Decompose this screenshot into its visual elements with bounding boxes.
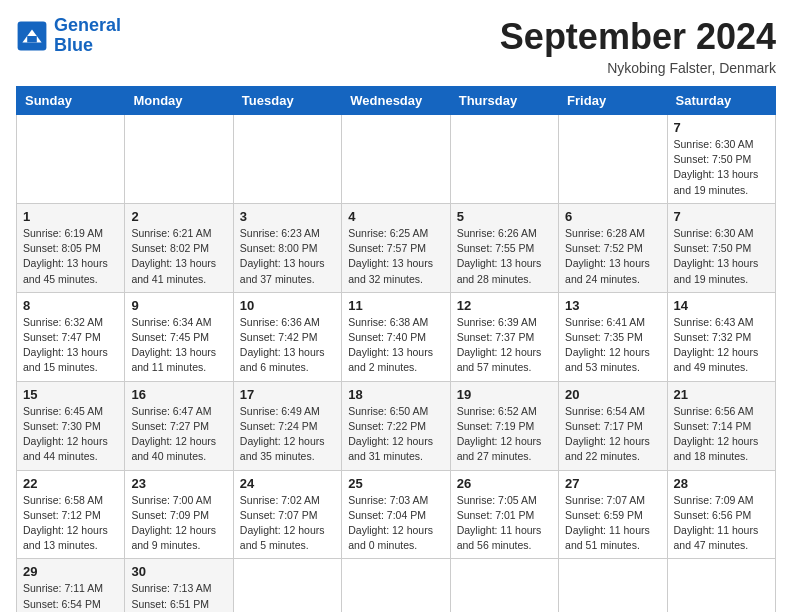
day-number: 17	[240, 387, 335, 402]
day-number: 12	[457, 298, 552, 313]
calendar-cell: 14Sunrise: 6:43 AMSunset: 7:32 PMDayligh…	[667, 292, 775, 381]
calendar-cell: 27Sunrise: 7:07 AMSunset: 6:59 PMDayligh…	[559, 470, 667, 559]
cell-info: Sunrise: 7:00 AMSunset: 7:09 PMDaylight:…	[131, 493, 226, 554]
calendar-week-2: 8Sunrise: 6:32 AMSunset: 7:47 PMDaylight…	[17, 292, 776, 381]
header-cell-sunday: Sunday	[17, 87, 125, 115]
calendar-cell: 30Sunrise: 7:13 AMSunset: 6:51 PMDayligh…	[125, 559, 233, 612]
calendar-week-3: 15Sunrise: 6:45 AMSunset: 7:30 PMDayligh…	[17, 381, 776, 470]
logo: General Blue	[16, 16, 121, 56]
header-row: SundayMondayTuesdayWednesdayThursdayFrid…	[17, 87, 776, 115]
location: Nykobing Falster, Denmark	[500, 60, 776, 76]
calendar-cell: 19Sunrise: 6:52 AMSunset: 7:19 PMDayligh…	[450, 381, 558, 470]
day-number: 14	[674, 298, 769, 313]
cell-info: Sunrise: 6:21 AMSunset: 8:02 PMDaylight:…	[131, 226, 226, 287]
header-cell-tuesday: Tuesday	[233, 87, 341, 115]
logo-text: General Blue	[54, 16, 121, 56]
calendar-cell: 10Sunrise: 6:36 AMSunset: 7:42 PMDayligh…	[233, 292, 341, 381]
month-title: September 2024	[500, 16, 776, 58]
day-number: 10	[240, 298, 335, 313]
title-area: September 2024 Nykobing Falster, Denmark	[500, 16, 776, 76]
cell-info: Sunrise: 6:45 AMSunset: 7:30 PMDaylight:…	[23, 404, 118, 465]
day-number: 27	[565, 476, 660, 491]
day-number: 28	[674, 476, 769, 491]
cell-info: Sunrise: 7:03 AMSunset: 7:04 PMDaylight:…	[348, 493, 443, 554]
calendar-cell: 17Sunrise: 6:49 AMSunset: 7:24 PMDayligh…	[233, 381, 341, 470]
calendar-cell: 18Sunrise: 6:50 AMSunset: 7:22 PMDayligh…	[342, 381, 450, 470]
calendar-cell	[667, 559, 775, 612]
cell-info: Sunrise: 6:41 AMSunset: 7:35 PMDaylight:…	[565, 315, 660, 376]
calendar-cell: 4Sunrise: 6:25 AMSunset: 7:57 PMDaylight…	[342, 203, 450, 292]
cell-info: Sunrise: 6:54 AMSunset: 7:17 PMDaylight:…	[565, 404, 660, 465]
day-number: 5	[457, 209, 552, 224]
day-number: 26	[457, 476, 552, 491]
header-cell-wednesday: Wednesday	[342, 87, 450, 115]
calendar-cell: 23Sunrise: 7:00 AMSunset: 7:09 PMDayligh…	[125, 470, 233, 559]
calendar-cell	[450, 559, 558, 612]
day-number: 11	[348, 298, 443, 313]
cell-info: Sunrise: 6:49 AMSunset: 7:24 PMDaylight:…	[240, 404, 335, 465]
cell-info: Sunrise: 6:43 AMSunset: 7:32 PMDaylight:…	[674, 315, 769, 376]
calendar-cell: 25Sunrise: 7:03 AMSunset: 7:04 PMDayligh…	[342, 470, 450, 559]
calendar-cell: 16Sunrise: 6:47 AMSunset: 7:27 PMDayligh…	[125, 381, 233, 470]
calendar-cell: 28Sunrise: 7:09 AMSunset: 6:56 PMDayligh…	[667, 470, 775, 559]
cell-info: Sunrise: 6:52 AMSunset: 7:19 PMDaylight:…	[457, 404, 552, 465]
day-number: 6	[565, 209, 660, 224]
header-cell-saturday: Saturday	[667, 87, 775, 115]
cell-info: Sunrise: 7:05 AMSunset: 7:01 PMDaylight:…	[457, 493, 552, 554]
calendar-cell: 22Sunrise: 6:58 AMSunset: 7:12 PMDayligh…	[17, 470, 125, 559]
day-number: 29	[23, 564, 118, 579]
day-number: 3	[240, 209, 335, 224]
calendar-week-5: 29Sunrise: 7:11 AMSunset: 6:54 PMDayligh…	[17, 559, 776, 612]
calendar-cell: 7Sunrise: 6:30 AMSunset: 7:50 PMDaylight…	[667, 203, 775, 292]
calendar-cell	[17, 115, 125, 204]
day-number: 8	[23, 298, 118, 313]
calendar-cell: 2Sunrise: 6:21 AMSunset: 8:02 PMDaylight…	[125, 203, 233, 292]
cell-info: Sunrise: 6:39 AMSunset: 7:37 PMDaylight:…	[457, 315, 552, 376]
cell-info: Sunrise: 6:25 AMSunset: 7:57 PMDaylight:…	[348, 226, 443, 287]
day-number: 1	[23, 209, 118, 224]
cell-info: Sunrise: 6:58 AMSunset: 7:12 PMDaylight:…	[23, 493, 118, 554]
day-number: 15	[23, 387, 118, 402]
cell-info: Sunrise: 7:02 AMSunset: 7:07 PMDaylight:…	[240, 493, 335, 554]
header-cell-monday: Monday	[125, 87, 233, 115]
calendar-cell	[342, 559, 450, 612]
logo-line1: General	[54, 15, 121, 35]
cell-info: Sunrise: 6:19 AMSunset: 8:05 PMDaylight:…	[23, 226, 118, 287]
cell-info: Sunrise: 6:26 AMSunset: 7:55 PMDaylight:…	[457, 226, 552, 287]
logo-line2: Blue	[54, 35, 93, 55]
cell-info: Sunrise: 6:34 AMSunset: 7:45 PMDaylight:…	[131, 315, 226, 376]
calendar-cell	[233, 115, 341, 204]
day-number: 30	[131, 564, 226, 579]
day-number: 25	[348, 476, 443, 491]
day-number: 22	[23, 476, 118, 491]
calendar-cell: 1Sunrise: 6:19 AMSunset: 8:05 PMDaylight…	[17, 203, 125, 292]
cell-info: Sunrise: 6:36 AMSunset: 7:42 PMDaylight:…	[240, 315, 335, 376]
cell-info: Sunrise: 6:28 AMSunset: 7:52 PMDaylight:…	[565, 226, 660, 287]
calendar-cell: 3Sunrise: 6:23 AMSunset: 8:00 PMDaylight…	[233, 203, 341, 292]
calendar-cell: 13Sunrise: 6:41 AMSunset: 7:35 PMDayligh…	[559, 292, 667, 381]
calendar-week-4: 22Sunrise: 6:58 AMSunset: 7:12 PMDayligh…	[17, 470, 776, 559]
calendar-cell: 26Sunrise: 7:05 AMSunset: 7:01 PMDayligh…	[450, 470, 558, 559]
cell-info: Sunrise: 6:56 AMSunset: 7:14 PMDaylight:…	[674, 404, 769, 465]
day-number: 19	[457, 387, 552, 402]
calendar-cell: 7Sunrise: 6:30 AMSunset: 7:50 PMDaylight…	[667, 115, 775, 204]
cell-info: Sunrise: 6:30 AMSunset: 7:50 PMDaylight:…	[674, 226, 769, 287]
logo-icon	[16, 20, 48, 52]
day-number: 21	[674, 387, 769, 402]
day-number: 16	[131, 387, 226, 402]
calendar-cell: 21Sunrise: 6:56 AMSunset: 7:14 PMDayligh…	[667, 381, 775, 470]
cell-info: Sunrise: 6:23 AMSunset: 8:00 PMDaylight:…	[240, 226, 335, 287]
cell-info: Sunrise: 7:11 AMSunset: 6:54 PMDaylight:…	[23, 581, 118, 612]
calendar-body: 7Sunrise: 6:30 AMSunset: 7:50 PMDaylight…	[17, 115, 776, 613]
day-number: 7	[674, 120, 769, 135]
calendar-cell: 29Sunrise: 7:11 AMSunset: 6:54 PMDayligh…	[17, 559, 125, 612]
day-number: 20	[565, 387, 660, 402]
page-header: General Blue September 2024 Nykobing Fal…	[16, 16, 776, 76]
day-number: 9	[131, 298, 226, 313]
calendar-cell	[125, 115, 233, 204]
calendar-cell: 15Sunrise: 6:45 AMSunset: 7:30 PMDayligh…	[17, 381, 125, 470]
calendar-cell	[559, 115, 667, 204]
calendar-header: SundayMondayTuesdayWednesdayThursdayFrid…	[17, 87, 776, 115]
calendar-cell: 12Sunrise: 6:39 AMSunset: 7:37 PMDayligh…	[450, 292, 558, 381]
calendar-cell: 11Sunrise: 6:38 AMSunset: 7:40 PMDayligh…	[342, 292, 450, 381]
